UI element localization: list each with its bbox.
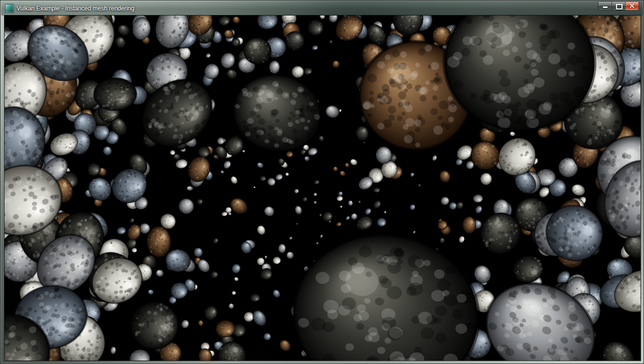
- maximize-button[interactable]: [612, 2, 626, 10]
- maximize-icon: [616, 4, 622, 10]
- title-bar[interactable]: Vulkan Example - Instanced mesh renderin…: [1, 1, 643, 16]
- window-title: Vulkan Example - Instanced mesh renderin…: [16, 1, 134, 16]
- minimize-button[interactable]: [598, 2, 612, 10]
- render-viewport[interactable]: [4, 16, 640, 360]
- app-icon[interactable]: [5, 4, 14, 13]
- caption-button-group: [598, 2, 639, 10]
- close-button[interactable]: [625, 2, 639, 10]
- minimize-icon: [603, 6, 608, 8]
- app-window: Vulkan Example - Instanced mesh renderin…: [0, 0, 644, 364]
- close-icon: [629, 3, 634, 8]
- render-canvas[interactable]: [4, 16, 640, 360]
